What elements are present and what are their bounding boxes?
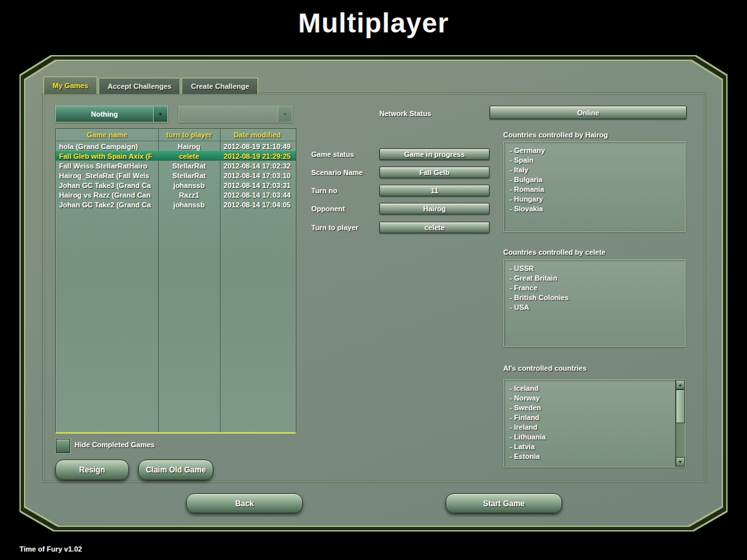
game-name-cell: Hairog_StelaRat (Fall Weis [56,172,158,180]
turn-player-cell: Hairog [158,143,220,150]
back-button[interactable]: Back [186,493,303,513]
date-cell: 2012-08-14 17:03:10 [220,172,294,180]
date-cell: 2012-08-14 17:03:44 [220,191,294,199]
game-name-cell: hola (Grand Campaign) [56,143,158,150]
countries-hairog-list: - Germany- Spain- Italy- Bulgaria- Roman… [503,141,685,232]
header-game-name: Game name [56,131,158,139]
resign-button[interactable]: Resign [55,460,129,480]
country-item: - Romania [504,185,685,194]
country-item: - Ireland [504,423,675,432]
date-cell: 2012-08-19 21:29:25 [220,152,294,160]
turn-player-cell: StellarRat [158,162,220,170]
countries-ai-title: AI's controlled countries [503,364,587,372]
country-item: - USA [504,303,685,312]
date-cell: 2012-08-14 17:03:31 [220,181,294,189]
country-item: - Great Britain [504,274,685,283]
country-item: - Lithuania [504,432,675,442]
header-date-modified: Date modified [220,131,294,139]
field-value: celete [379,222,490,233]
tab-create-challenge[interactable]: Create Challenge [182,78,258,94]
field-label: Opponent [311,203,345,215]
turn-player-cell: StellarRat [158,172,220,180]
date-cell: 2012-08-14 17:04:05 [220,201,294,209]
chevron-down-icon[interactable]: ▼ [278,106,292,122]
hide-completed-checkbox[interactable] [56,439,70,453]
games-table: Game name turn to player Date modified h… [55,128,296,434]
country-item: - Bulgaria [504,175,685,185]
country-item: - Spain [504,156,685,165]
country-item: - Germany [504,146,685,156]
country-item: - British Colonies [504,293,685,303]
table-row[interactable]: Fall Weiss StellarRatHairoStellarRat2012… [56,161,296,170]
field-label: Game status [311,148,354,160]
country-item: - Finland [504,413,675,423]
network-status-value: Online [490,106,687,119]
field-label: Turn to player [311,222,359,233]
turn-player-cell: celete [158,152,220,160]
main-panel: My Games Accept Challenges Create Challe… [19,55,728,531]
page-title: Multiplayer [0,8,747,39]
turn-player-cell: johanssb [158,181,220,189]
claim-old-game-button[interactable]: Claim Old Game [138,460,213,480]
field-value: Fall Gelb [379,167,490,178]
field-opponent: Opponent Hairog [311,203,491,215]
field-turn-to-player: Turn to player celete [311,222,491,233]
country-item: - Norway [504,393,675,403]
game-name-cell: Hairog vs Razz (Grand Can [56,191,158,199]
network-status-label: Network Status [379,110,431,117]
turn-player-cell: johanssb [158,201,220,209]
field-value: Game in progress [379,148,490,160]
table-row[interactable]: Johan GC Take2 (Grand Cajohanssb2012-08-… [56,200,296,209]
field-label: Turn no [311,185,337,196]
field-label: Scenario Name [311,167,362,178]
header-turn-to-player: turn to player [158,131,220,139]
country-item: - Hungary [504,194,685,204]
turn-player-cell: Razz1 [158,191,220,199]
field-value: Hairog [379,203,490,215]
scroll-up-icon[interactable]: ▲ [676,380,685,390]
countries-celete-title: Countries controlled by celete [503,248,606,256]
tab-my-games[interactable]: My Games [43,76,97,94]
hide-completed-label: Hide Completed Games [75,441,154,449]
field-game-status: Game status Game in progress [311,148,491,160]
chevron-down-icon[interactable]: ▼ [153,106,167,122]
scrollbar-thumb[interactable] [676,390,685,423]
scrollbar[interactable]: ▲ ▼ [675,380,685,467]
footer-version: Time of Fury v1.02 [19,545,82,553]
filter-dropdown[interactable]: Nothing ▼ [55,106,168,122]
country-item: - Estonia [504,452,675,461]
tab-bar: My Games Accept Challenges Create Challe… [43,76,258,94]
country-item: - Italy [504,165,685,175]
country-item: - Slovakia [504,204,685,214]
table-row[interactable]: Hairog_StelaRat (Fall WeisStellarRat2012… [56,170,296,180]
countries-hairog-title: Countries controlled by Hairog [503,131,608,139]
countries-celete-list: - USSR- Great Britain- France- British C… [503,259,685,347]
date-cell: 2012-08-19 21:10:49 [220,143,294,150]
table-row[interactable]: Johan GC Take3 (Grand Cajohanssb2012-08-… [56,180,296,190]
table-row[interactable]: Hairog vs Razz (Grand CanRazz12012-08-14… [56,190,296,200]
game-name-cell: Johan GC Take2 (Grand Ca [56,201,158,209]
game-name-cell: Fall Gleb with Spain Axix (F [56,152,158,160]
country-item: - Latvia [504,442,675,452]
start-game-button[interactable]: Start Game [445,493,562,513]
countries-ai-list: - Iceland- Norway- Sweden- Finland- Irel… [503,379,685,467]
scroll-down-icon[interactable]: ▼ [676,457,685,467]
tab-accept-challenges[interactable]: Accept Challenges [99,78,180,94]
date-cell: 2012-08-14 17:02:32 [220,162,294,170]
games-table-rows: hola (Grand Campaign)Hairog2012-08-19 21… [56,141,296,209]
table-row[interactable]: hola (Grand Campaign)Hairog2012-08-19 21… [56,141,296,151]
country-item: - Iceland [504,384,675,393]
game-name-cell: Johan GC Take3 (Grand Ca [56,181,158,189]
country-item: - Sweden [504,403,675,413]
games-table-header: Game name turn to player Date modified [56,129,296,141]
field-scenario-name: Scenario Name Fall Gelb [311,167,491,178]
country-item: - France [504,283,685,293]
field-value: 11 [379,185,490,196]
game-name-cell: Fall Weiss StellarRatHairo [56,162,158,170]
filter-dropdown-value: Nothing [56,106,153,122]
field-turn-no: Turn no 11 [311,185,491,196]
table-row[interactable]: Fall Gleb with Spain Axix (Fcelete2012-0… [56,151,296,161]
secondary-dropdown-value [179,106,278,122]
country-item: - USSR [504,264,685,274]
secondary-dropdown[interactable]: ▼ [178,106,292,122]
